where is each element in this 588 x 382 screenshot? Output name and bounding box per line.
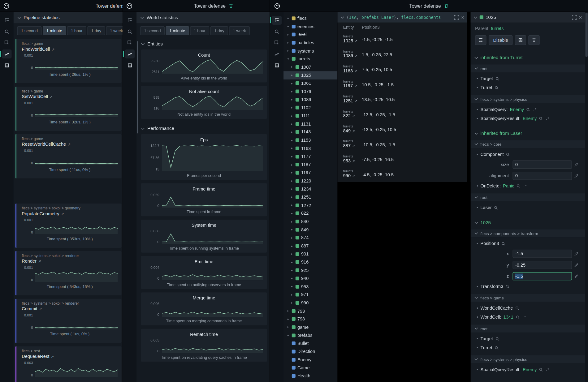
tree-item-1061[interactable]: ▸ 1061 <box>283 79 337 87</box>
component-row-spatialqueryresult[interactable]: • SpatialQueryResult: Enemy .* <box>471 365 585 374</box>
entity-tree-icon[interactable] <box>2 16 12 25</box>
expand-icon[interactable]: ▸ <box>290 268 294 272</box>
expand-icon[interactable]: ▸ <box>290 163 294 166</box>
expand-icon[interactable]: ▸ <box>290 147 294 150</box>
flecs-logo-icon[interactable] <box>3 2 10 9</box>
expression-icon[interactable]: .* <box>545 117 549 120</box>
tree-item-1251[interactable]: ▸ 1251 <box>283 193 337 201</box>
tree-item-953[interactable]: ▸ 953 <box>283 282 337 290</box>
row-entity-link[interactable]: 849↗ <box>343 128 362 133</box>
magnifier-icon[interactable] <box>539 367 543 371</box>
magnifier-icon[interactable] <box>539 116 543 120</box>
tree-item-901[interactable]: ▸ 901 <box>283 250 337 258</box>
tree-item-1187[interactable]: ▸ 1187 <box>283 161 337 169</box>
data-table-icon[interactable] <box>272 61 282 70</box>
tree-item-direction[interactable]: Direction <box>283 348 337 356</box>
tree-item-prefabs[interactable]: ▸ prefabs <box>283 331 337 339</box>
expression-icon[interactable]: .* <box>523 184 527 188</box>
tree-item-1089[interactable]: ▸ 1089 <box>283 96 337 104</box>
parent-link[interactable]: turrets <box>491 26 504 31</box>
search-icon[interactable] <box>272 27 282 36</box>
expand-icon[interactable]: ▸ <box>287 17 290 20</box>
tree-item-874[interactable]: ▸ 874 <box>283 234 337 242</box>
field-z-input[interactable]: -1.5 <box>512 272 572 281</box>
magnifier-icon[interactable] <box>517 184 521 188</box>
component-row-spatialquery[interactable]: • SpatialQuery: Enemy .* <box>471 105 585 114</box>
tree-item-bullet[interactable]: Bullet <box>283 339 337 347</box>
expand-icon[interactable]: ▸ <box>290 285 294 288</box>
expand-icon[interactable]: ▸ <box>290 195 294 199</box>
component-group-root[interactable]: root <box>471 193 585 201</box>
statistics-icon[interactable] <box>272 49 282 58</box>
panel-header[interactable]: Pipeline statistics <box>14 12 123 23</box>
query-result-row-887[interactable]: turrets 887↗ -10.5, -0.25, -1.5 <box>338 137 467 152</box>
expand-icon[interactable]: ▸ <box>290 131 294 134</box>
component-group-root[interactable]: root <box>471 64 585 72</box>
tree-item-887[interactable]: ▸ 887 <box>283 242 337 250</box>
search-icon[interactable] <box>2 27 12 36</box>
component-row-turret[interactable]: • Turret <box>471 83 585 92</box>
expand-icon[interactable]: ▸ <box>290 293 294 296</box>
row-entity-link[interactable]: 1025↗ <box>343 38 362 44</box>
tree-item-1111[interactable]: ▸ 1111 <box>283 112 337 120</box>
component-value-link[interactable]: Enemy <box>510 107 524 112</box>
expand-icon[interactable]: ▸ <box>287 309 290 313</box>
tree-item-1272[interactable]: ▸ 1272 <box>283 201 337 209</box>
component-row-worldcell[interactable]: • WorldCell: 1341 .* <box>471 313 585 322</box>
tree-item-1007[interactable]: ▸ 1007 <box>283 63 337 71</box>
expand-icon[interactable]: ▸ <box>290 106 294 109</box>
scrollbar-thumb[interactable] <box>586 13 588 57</box>
entity-tree-icon[interactable] <box>272 16 282 25</box>
flecs-logo-icon[interactable] <box>274 2 281 9</box>
expand-icon[interactable]: ▸ <box>290 277 294 280</box>
edit-icon[interactable] <box>574 252 578 256</box>
magnifier-icon[interactable] <box>495 86 499 90</box>
section-header[interactable]: 1025 <box>471 219 585 226</box>
statistics-icon[interactable] <box>125 49 135 58</box>
edit-icon[interactable] <box>574 263 578 267</box>
query-result-row-1089[interactable]: turrets 1089↗ 1.5, -0.25, 22.5 <box>338 47 467 62</box>
tree-item-game[interactable]: ▸ game <box>283 323 337 331</box>
magnifier-icon[interactable] <box>495 77 499 81</box>
query-result-row-849[interactable]: turrets 849↗ -13.5, -0.25, 10.5 <box>338 122 467 137</box>
expand-icon[interactable]: ▸ <box>290 228 294 231</box>
magnifier-icon[interactable] <box>515 306 519 310</box>
row-entity-link[interactable]: 1089↗ <box>343 53 362 58</box>
row-entity-link[interactable]: 887↗ <box>343 143 362 148</box>
search-icon[interactable] <box>125 27 135 36</box>
tree-item-enemies[interactable]: ▸ enemies <box>283 22 337 30</box>
expression-icon[interactable]: .* <box>533 108 537 111</box>
tree-item-turrets[interactable]: ▾ turrets <box>283 55 337 63</box>
expand-icon[interactable]: ▸ <box>290 65 294 69</box>
field-alignment-input[interactable]: 0 <box>512 172 572 180</box>
tree-item-1153[interactable]: ▸ 1153 <box>283 136 337 144</box>
expand-panel-icon[interactable] <box>454 15 459 20</box>
section-header-performance[interactable]: Performance <box>136 122 270 134</box>
tree-item-1234[interactable]: ▸ 1234 <box>283 185 337 193</box>
system-link[interactable]: Render↗ <box>22 259 118 264</box>
inspect-icon[interactable] <box>2 38 12 47</box>
component-row-component[interactable]: • Component <box>471 150 585 159</box>
system-link[interactable]: FindWorldCell↗ <box>22 46 118 52</box>
expand-icon[interactable]: ▸ <box>287 325 290 329</box>
tree-item-1076[interactable]: ▸ 1076 <box>283 88 337 96</box>
scene-canvas[interactable] <box>338 182 471 382</box>
inspect-icon[interactable] <box>272 38 282 47</box>
time-range-1-day[interactable]: 1 day <box>87 26 105 35</box>
tree-item-971[interactable]: ▸ 971 <box>283 291 337 299</box>
row-entity-link[interactable]: 953↗ <box>343 158 362 163</box>
delete-button[interactable] <box>528 35 539 45</box>
system-link[interactable]: PopulateGeometry↗ <box>22 211 118 216</box>
time-range-1-second[interactable]: 1 second <box>140 26 164 35</box>
tree-item-1220[interactable]: ▸ 1220 <box>283 177 337 185</box>
tree-item-840[interactable]: ▸ 840 <box>283 217 337 225</box>
disable-button[interactable]: Disable <box>489 35 513 45</box>
query-result-row-990[interactable]: turrets 990↗ -4.5, -0.25, 10.5 <box>338 167 467 182</box>
tree-item-flecs[interactable]: ▸ flecs <box>283 14 337 22</box>
time-range-1-week[interactable]: 1 week <box>229 26 249 35</box>
time-range-1-hour[interactable]: 1 hour <box>67 26 86 35</box>
tree-item-925[interactable]: ▸ 925 <box>283 266 337 274</box>
section-header[interactable]: inherited from Laser <box>471 130 585 137</box>
save-button[interactable] <box>515 35 526 45</box>
expand-icon[interactable]: ▸ <box>290 301 294 305</box>
